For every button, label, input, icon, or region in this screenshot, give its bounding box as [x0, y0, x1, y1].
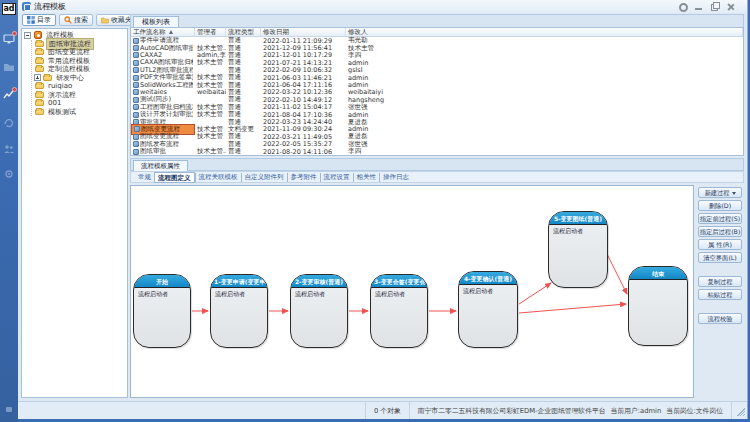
- company-name: 南宁市二零二五科技有限公司彩虹EDM-企业图纸管理软件平台: [418, 406, 606, 416]
- tree-item[interactable]: 研发中心: [34, 74, 127, 83]
- workflow-icon: [133, 45, 139, 51]
- flow-node-assignee: [629, 280, 687, 284]
- flow-node[interactable]: 1-变更申请(变更申... 流程启动者: [210, 274, 268, 348]
- tree-item-label: 演示流程: [46, 90, 78, 100]
- tree-item[interactable]: 模板测试: [34, 108, 127, 117]
- flow-node[interactable]: 3-变更会签(变更会... 流程启动者: [370, 274, 428, 348]
- action-button[interactable]: 指定前过程(S): [698, 213, 742, 224]
- workflow-table: 工作流名称 管理者 流程类型 修改日期 修改人 零件申请流程 普通 2022-0…: [130, 27, 744, 156]
- catalog-button[interactable]: 目录: [22, 14, 56, 26]
- flow-node-assignee: 流程启动者: [549, 225, 607, 238]
- flow-node-assignee: 流程启动者: [371, 288, 427, 301]
- flow-node[interactable]: 4-变更确认(普通) 流程启动者: [458, 271, 518, 348]
- monitor-icon[interactable]: [3, 33, 15, 45]
- col-name[interactable]: 工作流名称: [131, 28, 195, 36]
- workflow-name: 图纸审批: [140, 147, 166, 156]
- catalog-label: 目录: [37, 15, 51, 25]
- search-button[interactable]: 搜索: [59, 14, 93, 26]
- main-window: 流程模板 目录 搜索 收藏夹 模板列表: [18, 0, 748, 419]
- notification-badge: [12, 87, 17, 92]
- action-button[interactable]: 属 性(R): [698, 239, 742, 250]
- flow-node[interactable]: 结束: [628, 266, 688, 346]
- window-controls: [678, 2, 735, 11]
- close-icon[interactable]: [726, 2, 735, 11]
- tab-item[interactable]: 流程设置: [320, 173, 353, 182]
- folder-icon: [35, 83, 44, 89]
- col-manager[interactable]: 管理者: [195, 28, 226, 36]
- flow-node-title: 3-变更会签(变更会...: [371, 275, 427, 288]
- cell-date: 2021-08-20 14:11:06: [261, 148, 346, 156]
- current-user: 当前用户:admin: [611, 406, 662, 416]
- folder-icon: [35, 92, 44, 98]
- flow-node-title: 5-变更图纸(普通): [549, 212, 607, 225]
- info-icon[interactable]: [3, 403, 15, 415]
- action-button[interactable]: 指定后过程(B): [698, 226, 742, 237]
- cell-modifier: 李四: [346, 147, 743, 156]
- tab-item[interactable]: 相关性: [353, 173, 380, 182]
- favorites-folder-icon: [101, 16, 109, 24]
- tree-item[interactable]: 演示流程: [34, 91, 127, 100]
- folder-icon: [35, 109, 44, 115]
- refresh-icon[interactable]: [3, 117, 15, 129]
- expand-icon[interactable]: [34, 74, 41, 81]
- collapse-icon[interactable]: [24, 32, 31, 39]
- toolbar: 目录 搜索 收藏夹: [22, 14, 137, 27]
- app-logo[interactable]: ad: [2, 3, 16, 15]
- action-button[interactable]: 清空界面(L): [698, 252, 742, 263]
- flow-canvas[interactable]: 开始 流程启动者 1-变更申请(变更申... 流程启动者 2-变更审核(普通) …: [130, 185, 694, 398]
- flow-node[interactable]: 开始 流程启动者: [133, 274, 191, 348]
- folder-icon: [35, 100, 44, 106]
- status-spacer: [18, 402, 366, 419]
- grid-icon: [27, 16, 35, 24]
- window-title: 流程模板: [34, 1, 66, 12]
- flow-node[interactable]: 5-变更图纸(普通) 流程启动者: [548, 211, 608, 288]
- restore-icon[interactable]: [710, 2, 719, 11]
- properties-bar: 流程模板属性: [130, 158, 744, 171]
- flow-node-title: 开始: [134, 275, 190, 288]
- flow-node-assignee: 流程启动者: [459, 285, 517, 298]
- cell-manager: 技术主管...: [195, 147, 226, 156]
- col-date[interactable]: 修改日期: [261, 28, 346, 36]
- tab-item[interactable]: 自定义附件列: [241, 173, 287, 182]
- cell-manager: weibaitaiyi: [195, 88, 226, 96]
- search-icon: [64, 16, 72, 24]
- folder-icon: [43, 75, 52, 81]
- action-button[interactable]: 新建过程: [698, 187, 742, 198]
- chart-icon[interactable]: [3, 89, 15, 101]
- action-button[interactable]: 复制过程: [698, 276, 742, 287]
- cell-manager: 技术主管: [195, 58, 226, 67]
- process-root-icon: [34, 31, 42, 39]
- folder-icon: [35, 41, 44, 47]
- flow-node-assignee: 流程启动者: [134, 288, 190, 301]
- search-label: 搜索: [74, 15, 88, 25]
- table-row[interactable]: 图纸审批 技术主管... 普通 2021-08-20 14:11:06 李四: [131, 148, 743, 155]
- notification-dot: [12, 31, 17, 36]
- tab-item[interactable]: 流程关联模板: [195, 173, 241, 182]
- tab-item[interactable]: 参考附件: [287, 173, 320, 182]
- resize-grip[interactable]: [735, 406, 745, 416]
- gear-icon[interactable]: [3, 168, 15, 180]
- folder-icon: [35, 58, 44, 64]
- tab-item[interactable]: 操作日志: [379, 173, 412, 182]
- tab-item[interactable]: 常规: [135, 173, 154, 182]
- settings-icon[interactable]: [678, 2, 687, 11]
- list-tab-strip: 模板列表: [130, 14, 744, 27]
- right-region: 工作流名称 管理者 流程类型 修改日期 修改人 零件申请流程 普通 2022-0…: [130, 27, 744, 398]
- tree-item-label: 模板测试: [46, 107, 78, 117]
- tree-panel: 流程模板 图纸审批流程 图纸变更流程 常用流程模板: [21, 28, 128, 398]
- users-icon[interactable]: [3, 143, 15, 155]
- flow-node[interactable]: 2-变更审核(普通) 流程启动者: [290, 274, 348, 348]
- folder-icon[interactable]: [3, 61, 15, 73]
- workflow-icon: [133, 149, 139, 155]
- action-button[interactable]: 删除(D): [698, 200, 742, 211]
- titlebar: 流程模板: [18, 0, 747, 13]
- action-panel: 新建过程 删除(D) 指定前过程(S) 指定后过程(B) 属 性(R) 清空界面…: [696, 185, 744, 398]
- action-button[interactable]: 流程校验: [698, 313, 742, 324]
- action-button[interactable]: 粘贴过程: [698, 289, 742, 300]
- minimize-icon[interactable]: [694, 2, 703, 11]
- col-modifier[interactable]: 修改人: [346, 28, 743, 36]
- current-post: 当前岗位:文件岗位: [666, 406, 723, 416]
- col-type[interactable]: 流程类型: [226, 28, 261, 36]
- tree-children: 图纸审批流程 图纸变更流程 常用流程模板 定制流程模板: [31, 40, 127, 117]
- tab-item[interactable]: 流程图定义: [154, 172, 195, 183]
